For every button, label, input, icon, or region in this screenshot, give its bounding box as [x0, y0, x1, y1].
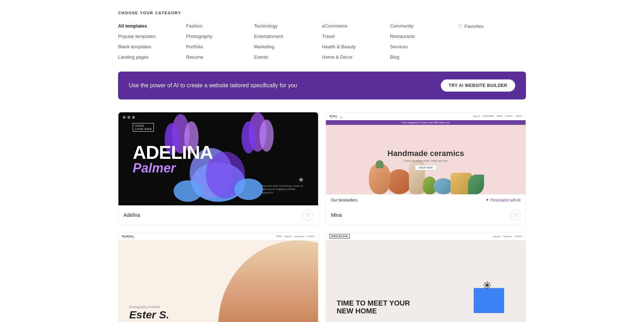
- mina-footer: Mina ♡: [326, 205, 526, 225]
- window-dots-presson: [330, 236, 342, 239]
- category-home-decor[interactable]: Home & Decor: [322, 53, 390, 61]
- mina-favorite-button[interactable]: ♡: [510, 210, 521, 220]
- sparkle-icon: ✦: [486, 197, 489, 203]
- svg-point-9: [174, 180, 202, 202]
- presson-headline-1: TIME TO MEET YOUR: [337, 299, 410, 307]
- adelina-name: Adelina: [123, 212, 140, 218]
- mina-bestsellers-bar: Our bestsellers ✦ Personalize with AI: [326, 194, 526, 205]
- mina-shop-button[interactable]: SHOP NOW: [415, 165, 437, 170]
- dot-3: [340, 116, 342, 119]
- category-blog[interactable]: Blog: [390, 53, 458, 61]
- dot-2: [335, 236, 338, 239]
- category-photography[interactable]: Photography: [186, 33, 254, 40]
- category-popular-templates[interactable]: Popular templates: [118, 33, 186, 40]
- dot-1: [123, 236, 126, 239]
- ai-banner: Use the power of AI to create a website …: [118, 72, 526, 99]
- category-services[interactable]: Services: [390, 43, 458, 50]
- window-dots-mina: [330, 116, 342, 119]
- category-community[interactable]: Community: [390, 22, 458, 30]
- dot-3: [132, 116, 135, 119]
- category-marketing[interactable]: Marketing: [254, 43, 322, 50]
- category-health-beauty[interactable]: Health & Beauty: [322, 43, 390, 50]
- adelina-subtitle: Palmer: [133, 162, 304, 175]
- mina-name: Mina: [331, 212, 342, 218]
- ester-topbar: PhotElsly About Work ▾ Services ▾ Contac…: [118, 233, 318, 240]
- dot-1: [123, 116, 126, 119]
- template-preview-mina[interactable]: MINA Shop ▾ Sustainable About Contact Ca…: [326, 112, 526, 205]
- template-card-adelina: GOODLOOK AIDS: [118, 112, 318, 225]
- template-preview-ester[interactable]: PhotElsly About Work ▾ Services ▾ Contac…: [118, 233, 318, 322]
- ester-nav-contact: Contact: [307, 235, 314, 238]
- category-landing-pages[interactable]: Landing pages: [118, 53, 186, 61]
- dot-2: [127, 116, 130, 119]
- adelina-favorite-button[interactable]: ♡: [302, 210, 313, 220]
- dot-2: [335, 116, 338, 119]
- presson-nav-project: Project ▾: [503, 235, 512, 238]
- category-all-templates[interactable]: All templates: [118, 22, 186, 30]
- template-preview-adelina[interactable]: GOODLOOK AIDS: [118, 112, 318, 205]
- ester-nav-work: Work ▾: [285, 235, 292, 238]
- presson-blue-box: [474, 288, 504, 313]
- category-events[interactable]: Events: [254, 53, 322, 61]
- svg-point-10: [234, 179, 263, 200]
- category-ecommerce[interactable]: eCommerce: [322, 22, 390, 30]
- category-travel[interactable]: Travel: [322, 33, 390, 40]
- category-favorites[interactable]: ♡ Favorites: [458, 22, 526, 30]
- ester-hero: Photography Portfolio Ester S.: [118, 240, 318, 322]
- heart-icon: ♡: [458, 23, 463, 29]
- dot-3: [340, 236, 342, 239]
- mina-hero-sub: Finest city pottery fresh, made with lov…: [387, 160, 464, 162]
- dot-1: [330, 116, 333, 119]
- mina-hero-text: Handmade ceramics: [387, 149, 464, 158]
- section-title: CHOOSE YOUR CATEGORY: [118, 11, 526, 15]
- category-col-5: Community Restaurants Services Blog: [390, 22, 458, 61]
- category-portfolio[interactable]: Portfolio: [186, 43, 254, 50]
- adelina-title: ADELINA: [133, 143, 304, 162]
- mina-hero: Handmade ceramics Finest city pottery fr…: [326, 125, 526, 194]
- category-resume[interactable]: Resume: [186, 53, 254, 61]
- ai-banner-text: Use the power of AI to create a website …: [129, 82, 297, 89]
- category-fashion[interactable]: Fashion: [186, 22, 254, 30]
- presson-topbar: PRESSON Home ▾ Project ▾ Contact: [326, 233, 526, 240]
- category-col-4: eCommerce Travel Health & Beauty Home & …: [322, 22, 390, 61]
- ai-website-builder-button[interactable]: TRY AI WEBSITE BUILDER: [441, 79, 515, 92]
- category-col-6: ♡ Favorites: [458, 22, 526, 61]
- mina-topbar: MINA Shop ▾ Sustainable About Contact Ca…: [326, 112, 526, 120]
- dot-2: [127, 236, 130, 239]
- mina-bestsellers-text: Our bestsellers: [331, 198, 357, 202]
- presson-nav-contact: Contact: [514, 235, 522, 238]
- mina-nav-shop: Shop ▾: [473, 115, 480, 117]
- mina-nav-cart: Cart(1): [515, 115, 522, 117]
- template-preview-presson[interactable]: PRESSON Home ▾ Project ▾ Contact TIME TO…: [326, 233, 526, 322]
- presson-nav-home: Home ▾: [493, 235, 501, 238]
- adelina-footer: Adelina ♡: [118, 205, 318, 225]
- presson-starburst-icon: ✳: [483, 279, 492, 292]
- mina-personalize-button[interactable]: ✦ Personalize with AI: [486, 197, 521, 203]
- window-dots-ester: [123, 236, 135, 239]
- category-col-1: All templates Popular templates Blank te…: [118, 22, 186, 61]
- category-entertainment[interactable]: Entertainment: [254, 33, 322, 40]
- category-technology[interactable]: Technology: [254, 22, 322, 30]
- mina-promo-text: Free shipping on orders over $50 when yo…: [401, 121, 450, 124]
- category-blank-templates[interactable]: Blank templates: [118, 43, 186, 50]
- ester-subtitle: Photography Portfolio: [129, 305, 169, 309]
- templates-grid: GOODLOOK AIDS: [118, 112, 526, 322]
- template-card-presson: PRESSON Home ▾ Project ▾ Contact TIME TO…: [326, 232, 526, 322]
- mina-nav-about: About: [497, 115, 502, 117]
- presson-hero: TIME TO MEET YOUR NEW HOME ✳: [326, 240, 526, 322]
- window-dots-adelina: [123, 116, 135, 119]
- heart-icon-adelina: ♡: [306, 212, 310, 218]
- mina-nav-sustainable: Sustainable: [483, 115, 494, 117]
- category-col-2: Fashion Photography Portfolio Resume: [186, 22, 254, 61]
- main-content: CHOOSE YOUR CATEGORY All templates Popul…: [0, 0, 644, 322]
- mina-nav: Shop ▾ Sustainable About Contact Cart(1): [473, 115, 522, 117]
- heart-icon-mina: ♡: [513, 212, 518, 218]
- dot-1: [330, 236, 333, 239]
- category-grid: All templates Popular templates Blank te…: [118, 22, 526, 61]
- category-restaurants[interactable]: Restaurants: [390, 33, 458, 40]
- mina-promo-bar: Free shipping on orders over $50 when yo…: [326, 120, 526, 125]
- ester-nav-services: Services ▾: [294, 235, 304, 238]
- page-wrapper: CHOOSE YOUR CATEGORY All templates Popul…: [0, 0, 644, 322]
- presson-headline-2: NEW HOME: [337, 307, 410, 315]
- template-card-mina: MINA Shop ▾ Sustainable About Contact Ca…: [326, 112, 526, 225]
